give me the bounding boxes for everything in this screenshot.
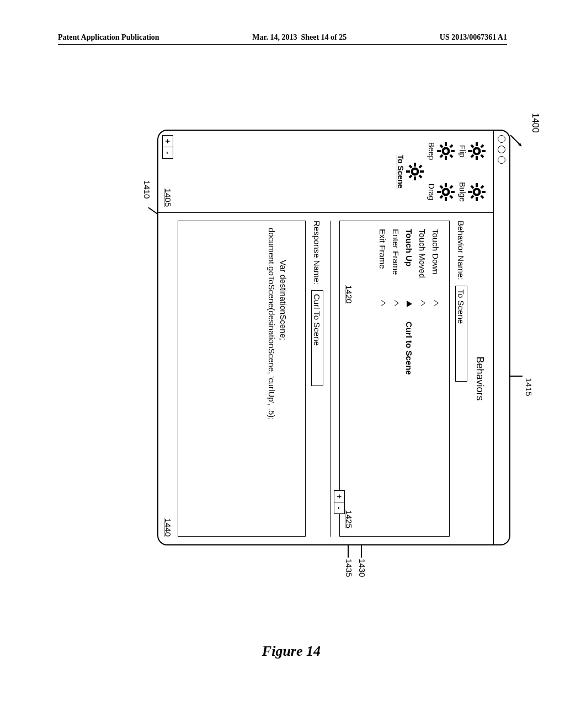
svg-rect-47 (418, 164, 422, 168)
sidebar-item-label: Flip (458, 133, 467, 169)
sidebar-item-to-scene[interactable]: To Scene (396, 154, 425, 189)
svg-rect-30 (439, 144, 443, 148)
panel-title: Behaviors (474, 221, 486, 537)
behavior-name-input[interactable] (455, 286, 467, 382)
gear-icon (436, 182, 456, 202)
svg-rect-20 (470, 185, 474, 189)
svg-rect-27 (449, 144, 453, 148)
sidebar-item-bulge[interactable]: Bulge (458, 174, 487, 210)
svg-rect-34 (437, 191, 441, 193)
svg-rect-36 (445, 197, 447, 201)
triangle-icon (418, 300, 426, 306)
response-code-text: Var destinationScene; document.goToScene… (268, 228, 288, 420)
svg-rect-44 (406, 170, 410, 173)
sidebar-add-button[interactable]: + (162, 135, 173, 147)
svg-rect-25 (445, 142, 447, 146)
minimize-icon[interactable] (498, 146, 505, 153)
sidebar-item-label: To Scene (396, 154, 405, 189)
event-row-touch-up[interactable]: Touch Up Curl to Scene (403, 229, 416, 528)
ref-1405: 1405 (163, 189, 173, 207)
sidebar-item-label: Drag (427, 174, 436, 210)
sidebar-item-drag[interactable]: Drag (427, 174, 456, 210)
ref-1415: 1415 (524, 378, 534, 396)
behavior-name-label: Behavior Name: (457, 221, 466, 280)
sidebar-item-label: Bulge (458, 174, 467, 210)
gear-icon (467, 141, 487, 161)
svg-point-51 (413, 170, 417, 173)
svg-rect-29 (449, 154, 453, 158)
events-list: Touch Down Touch Moved Touch Up (339, 221, 450, 537)
callout-1400: 1400 (530, 113, 540, 133)
event-row-exit-frame[interactable]: Exit Frame (376, 229, 390, 528)
svg-rect-45 (414, 163, 416, 167)
svg-rect-35 (445, 183, 447, 187)
sidebar-plus-minus: + - (162, 135, 173, 159)
gear-icon (467, 182, 487, 202)
svg-rect-3 (482, 150, 486, 152)
window-titlebar (493, 131, 509, 544)
svg-rect-40 (439, 185, 443, 189)
svg-rect-37 (449, 185, 453, 189)
ref-1420: 1420 (344, 285, 354, 303)
svg-point-31 (444, 149, 447, 153)
event-row-touch-down[interactable]: Touch Down (429, 229, 443, 528)
events-add-button[interactable]: + (334, 490, 345, 502)
svg-rect-46 (414, 176, 416, 180)
response-name-input[interactable] (311, 290, 323, 386)
sidebar-item-beep[interactable]: Beep (427, 133, 456, 169)
events-remove-button[interactable]: - (334, 502, 345, 514)
ref-1440: 1440 (162, 518, 173, 537)
svg-rect-39 (449, 195, 453, 199)
close-icon[interactable] (498, 135, 505, 143)
header-left: Patent Application Publication (58, 33, 159, 42)
svg-rect-18 (470, 195, 474, 199)
svg-rect-48 (408, 174, 412, 178)
triangle-icon (431, 300, 439, 306)
sidebar-remove-button[interactable]: - (162, 147, 173, 159)
svg-rect-9 (480, 154, 484, 158)
arrow-icon (509, 134, 525, 149)
ref-1410: 1410 (142, 180, 152, 199)
zoom-icon[interactable] (498, 156, 505, 164)
event-label: Enter Frame (392, 229, 401, 286)
svg-point-41 (444, 190, 447, 194)
svg-point-21 (475, 190, 478, 194)
svg-rect-33 (451, 191, 455, 193)
event-label: Touch Down (431, 229, 441, 286)
svg-rect-50 (408, 164, 412, 168)
sidebar-item-flip[interactable]: Flip (458, 133, 487, 169)
header-mid: Mar. 14, 2013 Sheet 14 of 25 (252, 33, 347, 42)
behaviors-sidebar: Flip Bulge Beep Drag (158, 131, 493, 213)
svg-rect-38 (439, 195, 443, 199)
svg-rect-8 (470, 154, 474, 158)
svg-rect-19 (480, 195, 484, 199)
events-plus-minus: + - (334, 490, 345, 514)
response-name-label: Response Name: (313, 221, 322, 285)
figure-label: Figure 14 (262, 643, 321, 660)
svg-rect-7 (480, 144, 484, 148)
svg-rect-14 (468, 191, 472, 193)
ref-1425: 1425 (344, 510, 354, 528)
svg-rect-17 (480, 185, 484, 189)
response-code-box[interactable]: Var destinationScene; document.goToScene… (178, 221, 306, 537)
page-header: Patent Application Publication Mar. 14, … (58, 33, 507, 45)
svg-rect-15 (476, 183, 478, 187)
behavior-editor: Behaviors Behavior Name: Touch Down Touc… (158, 213, 493, 544)
ref-1435: 1435 (344, 559, 354, 577)
svg-rect-23 (451, 150, 455, 152)
ref-1430: 1430 (358, 559, 367, 577)
svg-rect-24 (437, 150, 441, 152)
svg-rect-26 (445, 156, 447, 160)
sidebar-item-label: Beep (427, 133, 436, 169)
behaviors-window: Flip Bulge Beep Drag (157, 130, 510, 545)
event-row-touch-moved[interactable]: Touch Moved (416, 229, 429, 528)
svg-point-11 (475, 149, 478, 153)
svg-rect-16 (476, 197, 478, 201)
svg-rect-5 (476, 142, 478, 146)
event-row-enter-frame[interactable]: Enter Frame (390, 229, 403, 528)
svg-rect-13 (482, 191, 486, 193)
event-label: Touch Up (405, 229, 414, 286)
svg-rect-49 (418, 174, 422, 178)
triangle-icon (378, 300, 386, 306)
gear-icon (436, 141, 456, 161)
